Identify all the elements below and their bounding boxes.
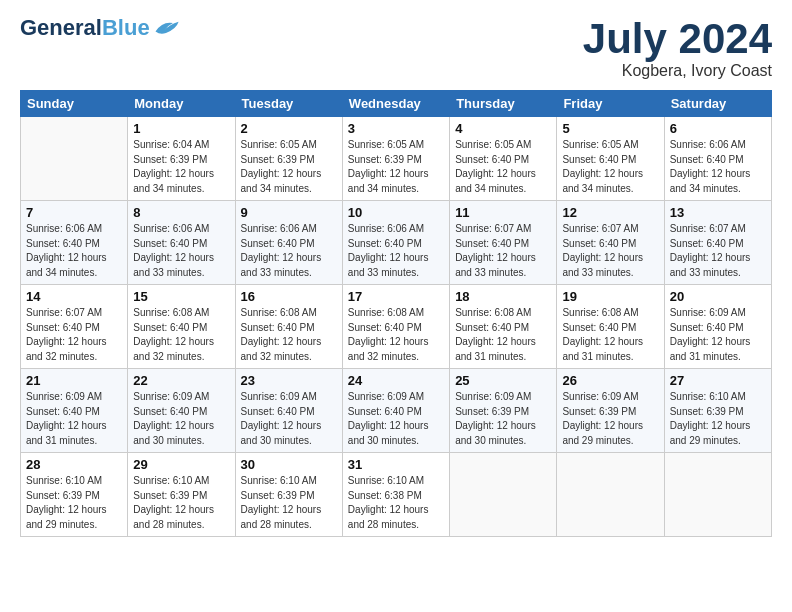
calendar-cell: [664, 453, 771, 537]
day-number: 30: [241, 457, 337, 472]
day-info: Sunrise: 6:09 AM Sunset: 6:40 PM Dayligh…: [670, 306, 766, 364]
day-info: Sunrise: 6:05 AM Sunset: 6:40 PM Dayligh…: [455, 138, 551, 196]
day-number: 1: [133, 121, 229, 136]
logo-blue: Blue: [102, 15, 150, 40]
logo: GeneralBlue: [20, 16, 180, 40]
week-row-2: 14Sunrise: 6:07 AM Sunset: 6:40 PM Dayli…: [21, 285, 772, 369]
day-number: 4: [455, 121, 551, 136]
header-friday: Friday: [557, 91, 664, 117]
calendar-cell: 7Sunrise: 6:06 AM Sunset: 6:40 PM Daylig…: [21, 201, 128, 285]
location-title: Kogbera, Ivory Coast: [583, 62, 772, 80]
day-number: 29: [133, 457, 229, 472]
calendar-cell: 6Sunrise: 6:06 AM Sunset: 6:40 PM Daylig…: [664, 117, 771, 201]
day-info: Sunrise: 6:06 AM Sunset: 6:40 PM Dayligh…: [241, 222, 337, 280]
day-number: 10: [348, 205, 444, 220]
week-row-1: 7Sunrise: 6:06 AM Sunset: 6:40 PM Daylig…: [21, 201, 772, 285]
day-info: Sunrise: 6:04 AM Sunset: 6:39 PM Dayligh…: [133, 138, 229, 196]
day-info: Sunrise: 6:07 AM Sunset: 6:40 PM Dayligh…: [670, 222, 766, 280]
calendar-cell: 25Sunrise: 6:09 AM Sunset: 6:39 PM Dayli…: [450, 369, 557, 453]
day-number: 8: [133, 205, 229, 220]
calendar-cell: 4Sunrise: 6:05 AM Sunset: 6:40 PM Daylig…: [450, 117, 557, 201]
day-number: 6: [670, 121, 766, 136]
calendar-cell: 29Sunrise: 6:10 AM Sunset: 6:39 PM Dayli…: [128, 453, 235, 537]
day-number: 7: [26, 205, 122, 220]
day-info: Sunrise: 6:09 AM Sunset: 6:40 PM Dayligh…: [133, 390, 229, 448]
day-info: Sunrise: 6:10 AM Sunset: 6:38 PM Dayligh…: [348, 474, 444, 532]
day-number: 28: [26, 457, 122, 472]
day-info: Sunrise: 6:10 AM Sunset: 6:39 PM Dayligh…: [241, 474, 337, 532]
calendar-cell: [450, 453, 557, 537]
calendar-cell: 19Sunrise: 6:08 AM Sunset: 6:40 PM Dayli…: [557, 285, 664, 369]
day-number: 2: [241, 121, 337, 136]
day-number: 19: [562, 289, 658, 304]
calendar-body: 1Sunrise: 6:04 AM Sunset: 6:39 PM Daylig…: [21, 117, 772, 537]
day-info: Sunrise: 6:08 AM Sunset: 6:40 PM Dayligh…: [562, 306, 658, 364]
calendar-cell: 24Sunrise: 6:09 AM Sunset: 6:40 PM Dayli…: [342, 369, 449, 453]
day-number: 31: [348, 457, 444, 472]
day-info: Sunrise: 6:09 AM Sunset: 6:40 PM Dayligh…: [26, 390, 122, 448]
calendar-cell: 3Sunrise: 6:05 AM Sunset: 6:39 PM Daylig…: [342, 117, 449, 201]
calendar-cell: 15Sunrise: 6:08 AM Sunset: 6:40 PM Dayli…: [128, 285, 235, 369]
calendar-cell: 8Sunrise: 6:06 AM Sunset: 6:40 PM Daylig…: [128, 201, 235, 285]
calendar-cell: 10Sunrise: 6:06 AM Sunset: 6:40 PM Dayli…: [342, 201, 449, 285]
header-thursday: Thursday: [450, 91, 557, 117]
day-info: Sunrise: 6:09 AM Sunset: 6:40 PM Dayligh…: [241, 390, 337, 448]
month-title: July 2024: [583, 16, 772, 62]
day-info: Sunrise: 6:08 AM Sunset: 6:40 PM Dayligh…: [241, 306, 337, 364]
day-number: 23: [241, 373, 337, 388]
calendar-cell: 28Sunrise: 6:10 AM Sunset: 6:39 PM Dayli…: [21, 453, 128, 537]
day-info: Sunrise: 6:09 AM Sunset: 6:39 PM Dayligh…: [562, 390, 658, 448]
calendar-cell: 17Sunrise: 6:08 AM Sunset: 6:40 PM Dayli…: [342, 285, 449, 369]
header-tuesday: Tuesday: [235, 91, 342, 117]
day-info: Sunrise: 6:08 AM Sunset: 6:40 PM Dayligh…: [455, 306, 551, 364]
header-sunday: Sunday: [21, 91, 128, 117]
calendar-table: SundayMondayTuesdayWednesdayThursdayFrid…: [20, 90, 772, 537]
day-info: Sunrise: 6:10 AM Sunset: 6:39 PM Dayligh…: [26, 474, 122, 532]
header-monday: Monday: [128, 91, 235, 117]
day-info: Sunrise: 6:06 AM Sunset: 6:40 PM Dayligh…: [26, 222, 122, 280]
day-number: 13: [670, 205, 766, 220]
day-number: 22: [133, 373, 229, 388]
day-number: 15: [133, 289, 229, 304]
calendar-cell: 16Sunrise: 6:08 AM Sunset: 6:40 PM Dayli…: [235, 285, 342, 369]
day-number: 26: [562, 373, 658, 388]
day-number: 27: [670, 373, 766, 388]
week-row-4: 28Sunrise: 6:10 AM Sunset: 6:39 PM Dayli…: [21, 453, 772, 537]
header-saturday: Saturday: [664, 91, 771, 117]
day-info: Sunrise: 6:05 AM Sunset: 6:39 PM Dayligh…: [241, 138, 337, 196]
calendar-cell: 1Sunrise: 6:04 AM Sunset: 6:39 PM Daylig…: [128, 117, 235, 201]
calendar-cell: 27Sunrise: 6:10 AM Sunset: 6:39 PM Dayli…: [664, 369, 771, 453]
day-number: 20: [670, 289, 766, 304]
calendar-cell: 9Sunrise: 6:06 AM Sunset: 6:40 PM Daylig…: [235, 201, 342, 285]
day-info: Sunrise: 6:05 AM Sunset: 6:39 PM Dayligh…: [348, 138, 444, 196]
day-info: Sunrise: 6:09 AM Sunset: 6:39 PM Dayligh…: [455, 390, 551, 448]
calendar-cell: 20Sunrise: 6:09 AM Sunset: 6:40 PM Dayli…: [664, 285, 771, 369]
day-number: 17: [348, 289, 444, 304]
logo-general: General: [20, 15, 102, 40]
calendar-cell: [557, 453, 664, 537]
day-number: 21: [26, 373, 122, 388]
calendar-cell: 23Sunrise: 6:09 AM Sunset: 6:40 PM Dayli…: [235, 369, 342, 453]
day-number: 25: [455, 373, 551, 388]
day-info: Sunrise: 6:08 AM Sunset: 6:40 PM Dayligh…: [133, 306, 229, 364]
day-info: Sunrise: 6:08 AM Sunset: 6:40 PM Dayligh…: [348, 306, 444, 364]
day-number: 12: [562, 205, 658, 220]
day-info: Sunrise: 6:06 AM Sunset: 6:40 PM Dayligh…: [670, 138, 766, 196]
calendar-cell: 18Sunrise: 6:08 AM Sunset: 6:40 PM Dayli…: [450, 285, 557, 369]
day-info: Sunrise: 6:07 AM Sunset: 6:40 PM Dayligh…: [26, 306, 122, 364]
day-info: Sunrise: 6:06 AM Sunset: 6:40 PM Dayligh…: [133, 222, 229, 280]
day-number: 9: [241, 205, 337, 220]
header: GeneralBlue July 2024 Kogbera, Ivory Coa…: [20, 16, 772, 80]
week-row-3: 21Sunrise: 6:09 AM Sunset: 6:40 PM Dayli…: [21, 369, 772, 453]
header-wednesday: Wednesday: [342, 91, 449, 117]
page: GeneralBlue July 2024 Kogbera, Ivory Coa…: [0, 0, 792, 612]
calendar-cell: 12Sunrise: 6:07 AM Sunset: 6:40 PM Dayli…: [557, 201, 664, 285]
calendar-cell: 11Sunrise: 6:07 AM Sunset: 6:40 PM Dayli…: [450, 201, 557, 285]
day-info: Sunrise: 6:06 AM Sunset: 6:40 PM Dayligh…: [348, 222, 444, 280]
calendar-cell: 5Sunrise: 6:05 AM Sunset: 6:40 PM Daylig…: [557, 117, 664, 201]
calendar-cell: 14Sunrise: 6:07 AM Sunset: 6:40 PM Dayli…: [21, 285, 128, 369]
day-info: Sunrise: 6:10 AM Sunset: 6:39 PM Dayligh…: [670, 390, 766, 448]
day-info: Sunrise: 6:09 AM Sunset: 6:40 PM Dayligh…: [348, 390, 444, 448]
day-info: Sunrise: 6:05 AM Sunset: 6:40 PM Dayligh…: [562, 138, 658, 196]
title-section: July 2024 Kogbera, Ivory Coast: [583, 16, 772, 80]
